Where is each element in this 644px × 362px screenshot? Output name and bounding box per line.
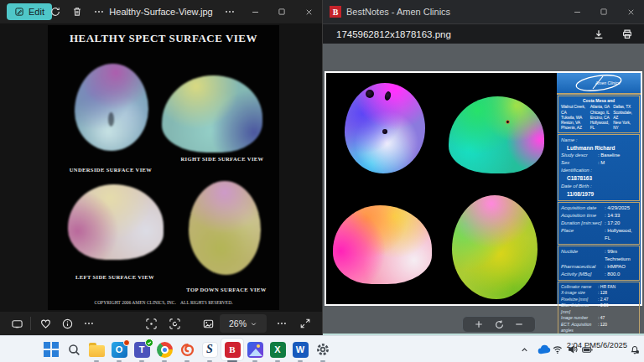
- teams-button[interactable]: T: [131, 339, 153, 360]
- search-button[interactable]: [63, 339, 85, 360]
- bestnotes-titlebar: B BestNotes - Amen Clinics: [323, 0, 644, 23]
- zoom-in-button[interactable]: [473, 318, 485, 330]
- perfusion-hole: [384, 90, 392, 101]
- edit-button-label: Edit: [29, 7, 44, 17]
- field-value: 47: [598, 315, 605, 322]
- photos-taskbar-button[interactable]: [244, 339, 266, 360]
- field-label: Sex: [561, 159, 598, 167]
- maximize-button[interactable]: [268, 0, 295, 23]
- brain-right-side-view: [162, 75, 262, 153]
- s-app-button[interactable]: S: [199, 339, 221, 360]
- info-icon: [61, 318, 74, 330]
- word-icon: W: [293, 342, 309, 358]
- scan-brain-right-side: [449, 96, 544, 173]
- filmstrip-toggle-button[interactable]: [7, 313, 27, 334]
- bestnotes-file-bar: 1745962812x1878163.png: [323, 23, 644, 44]
- bn-close-button[interactable]: [617, 0, 644, 23]
- field-value: M: [598, 159, 605, 167]
- field-value: 128: [598, 290, 607, 297]
- settings-button[interactable]: [312, 339, 334, 360]
- favorite-button[interactable]: [35, 313, 55, 334]
- location-item: Hollywood, FL: [590, 120, 614, 131]
- field-row: Acquisition time14:33: [561, 212, 636, 220]
- minimize-button[interactable]: [242, 0, 268, 23]
- underside-view-label: UNDERSIDE SURFACE VIEW: [48, 167, 174, 173]
- mountain-glyph: [249, 349, 262, 356]
- field-value: Hollywood, FL: [605, 227, 636, 242]
- excel-button[interactable]: X: [267, 339, 288, 360]
- refresh-icon: [494, 319, 505, 330]
- toolbar-overflow-button[interactable]: [272, 313, 292, 334]
- field-row: PlaceHollywood, FL: [561, 227, 636, 242]
- location-item: Walnut Creek, CA: [561, 104, 590, 115]
- patient-dob-value: 11/08/1979: [561, 190, 636, 199]
- reset-zoom-button[interactable]: [493, 318, 505, 330]
- field-label: Acquisition date: [561, 204, 605, 212]
- patient-info-panel: Amen Clinics Costa Mesa and Walnut Creek…: [557, 73, 641, 304]
- brain-left-side-view: [68, 184, 164, 260]
- field-label: Image number: [561, 315, 598, 322]
- fullscreen-button[interactable]: [295, 313, 315, 334]
- maximize-icon: [278, 8, 286, 16]
- rescan-frame-button[interactable]: [164, 313, 184, 334]
- right-side-view-label: RIGHT SIDE SURFACE VIEW: [165, 156, 279, 162]
- image-fit-button[interactable]: [198, 313, 218, 334]
- field-value: 99m Technetium: [605, 248, 636, 263]
- delete-button[interactable]: [67, 2, 87, 22]
- field-label: Date of Birth: [561, 183, 598, 190]
- word-button[interactable]: W: [289, 339, 311, 360]
- field-label: Pixelsize [mm]: [561, 297, 598, 303]
- print-button[interactable]: [617, 25, 637, 44]
- close-icon: [304, 8, 314, 17]
- outlook-button[interactable]: O: [108, 339, 130, 360]
- status-available-badge: [145, 339, 153, 347]
- more-options-button[interactable]: [89, 2, 109, 22]
- field-value: 120: [598, 322, 607, 334]
- notification-center-button[interactable]: [627, 339, 642, 359]
- field-label: X-image size: [561, 290, 598, 297]
- start-button[interactable]: [40, 339, 62, 360]
- zoom-level-value: 26%: [229, 318, 247, 328]
- field-value: 4/29/2025: [605, 204, 630, 212]
- locations-header: Costa Mesa and: [561, 98, 636, 103]
- top-down-view-label: TOP DOWN SURFACE VIEW: [174, 287, 279, 292]
- field-label: Identification: [561, 167, 598, 174]
- field-label: ECT. Acquisition angles: [561, 322, 598, 334]
- locations-column-3: Dallas, TXScottsdale, AZNew York, NY: [613, 104, 636, 130]
- bn-maximize-button[interactable]: [590, 0, 617, 23]
- scan-brain-left-side: [333, 205, 432, 284]
- bestnotes-taskbar-button[interactable]: B: [221, 339, 243, 360]
- toolbar-divider: [30, 317, 31, 330]
- info-button[interactable]: [57, 313, 77, 334]
- onedrive-cloud-icon: [537, 343, 551, 357]
- chrome-button[interactable]: [153, 339, 175, 360]
- scan-frame-button[interactable]: [141, 313, 161, 334]
- field-row: Slice thickness [mm]3.56: [561, 303, 636, 315]
- rescan-frame-icon: [169, 318, 181, 330]
- close-icon: [626, 8, 636, 17]
- spiral-app-button[interactable]: [176, 339, 198, 360]
- zoom-level-dropdown[interactable]: 26%: [220, 314, 267, 333]
- toolbar-more-button[interactable]: [79, 313, 99, 334]
- tray-overflow-chevron[interactable]: [517, 339, 532, 359]
- rotate-button[interactable]: [45, 2, 65, 22]
- fullscreen-icon: [299, 318, 311, 329]
- gear-icon: [315, 342, 330, 357]
- scan-brain-renders: [326, 73, 557, 304]
- taskbar-clock[interactable]: 2:04 PM 5/6/2025: [567, 340, 627, 349]
- zoom-out-button[interactable]: [513, 318, 525, 330]
- trash-icon: [71, 6, 83, 18]
- title-more-button[interactable]: [220, 2, 240, 22]
- location-item: New York, NY: [613, 120, 636, 131]
- download-button[interactable]: [589, 25, 609, 44]
- acquisition-section: Acquisition date4/29/2025Acquisition tim…: [558, 202, 640, 245]
- photos-filename-title: Healthy-Surface-View.jpg: [109, 0, 212, 23]
- field-row: Acquisition date4/29/2025: [561, 204, 636, 212]
- onedrive-tray-button[interactable]: [535, 339, 552, 359]
- close-button[interactable]: [295, 0, 322, 23]
- file-explorer-button[interactable]: [86, 339, 107, 360]
- field-row: X-image size128: [561, 290, 636, 297]
- photo-canvas: HEALTHY SPECT SURFACE VIEW UNDERSIDE SUR…: [0, 23, 322, 312]
- windows-logo-icon: [44, 342, 59, 357]
- bn-minimize-button[interactable]: [564, 0, 590, 23]
